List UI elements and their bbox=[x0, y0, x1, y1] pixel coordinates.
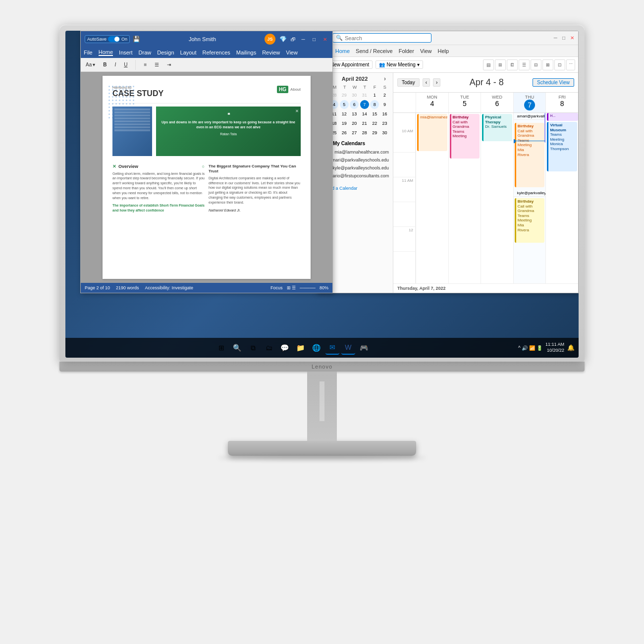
cal-day-7[interactable]: 7 bbox=[360, 100, 369, 109]
taskbar-taskview-button[interactable]: ⧉ bbox=[246, 341, 260, 355]
cal-day-27[interactable]: 27 bbox=[350, 128, 359, 137]
cal-day-31p[interactable]: 31 bbox=[360, 91, 369, 100]
cal-day-21[interactable]: 21 bbox=[360, 119, 369, 128]
taskbar-explorer-button[interactable]: 📁 bbox=[294, 341, 308, 355]
event-fri-1[interactable]: Virtual Museum Teams Meeting Monica Thom… bbox=[547, 122, 577, 171]
thu-status-2[interactable]: kyle@parkvalleysch... bbox=[514, 190, 546, 197]
event-thu-2[interactable]: Birthday Call with Grandma Teams Meeting… bbox=[515, 198, 545, 243]
cal-view-grid[interactable]: ⊟ bbox=[531, 59, 541, 70]
outlook-restore[interactable]: □ bbox=[562, 35, 565, 41]
ribbon-align[interactable]: ≡ bbox=[142, 61, 149, 68]
menu-review[interactable]: Review bbox=[262, 50, 280, 55]
close-button[interactable]: ✕ bbox=[322, 36, 328, 43]
cal-day-12[interactable]: 12 bbox=[340, 109, 349, 118]
menu-mailings[interactable]: Mailings bbox=[236, 50, 256, 55]
taskbar-mail-button[interactable]: ✉ bbox=[325, 341, 339, 355]
cal-day-14[interactable]: 14 bbox=[360, 109, 369, 118]
week-day-wed[interactable]: WED 6 bbox=[481, 93, 513, 112]
cal-day-30[interactable]: 30 bbox=[380, 128, 389, 137]
week-day-tue[interactable]: TUE 5 bbox=[448, 93, 481, 112]
cal-next-week-btn[interactable]: › bbox=[433, 78, 440, 87]
cal-day-23[interactable]: 23 bbox=[380, 119, 389, 128]
search-input[interactable] bbox=[345, 35, 404, 41]
cal-day-2[interactable]: 2 bbox=[380, 91, 389, 100]
ribbon-indent[interactable]: ⇥ bbox=[165, 61, 173, 68]
cal-day-28[interactable]: 28 bbox=[360, 128, 369, 137]
ribbon-bold[interactable]: B bbox=[101, 61, 108, 68]
cal-day-15[interactable]: 15 bbox=[370, 109, 379, 118]
cal-view-settings[interactable]: ⊡ bbox=[554, 59, 565, 70]
day-col-tue[interactable]: Birthday Call with Grandma Teams Meeting bbox=[448, 113, 481, 283]
menu-home[interactable]: Home bbox=[99, 49, 113, 56]
event-fri-overflow[interactable]: H... bbox=[547, 113, 578, 121]
ribbon-list[interactable]: ☰ bbox=[153, 61, 161, 68]
menu-file[interactable]: File bbox=[84, 50, 93, 55]
taskbar-teams-button[interactable]: 💬 bbox=[278, 341, 292, 355]
cal-day-20[interactable]: 20 bbox=[350, 119, 359, 128]
ribbon-italic[interactable]: I bbox=[112, 61, 118, 68]
week-day-fri[interactable]: FRI 8 bbox=[545, 93, 578, 112]
autosave-toggle[interactable] bbox=[108, 36, 120, 42]
ol-menu-home[interactable]: Home bbox=[335, 48, 350, 54]
taskbar-start-button[interactable]: ⊞ bbox=[215, 341, 228, 355]
ol-menu-view[interactable]: View bbox=[420, 48, 432, 54]
cal-day-8[interactable]: 8 bbox=[370, 100, 379, 109]
taskbar-teams2-button[interactable]: 🎮 bbox=[357, 341, 371, 355]
event-thu-1[interactable]: Birthday Call with Grandma Teams Meeting… bbox=[515, 123, 545, 187]
minimize-button[interactable]: ─ bbox=[300, 36, 307, 43]
event-wed-1[interactable]: Physical Therapy Dr. Samuels bbox=[482, 114, 512, 141]
cal-day-13[interactable]: 13 bbox=[350, 109, 359, 118]
taskbar-widgets-button[interactable]: 🗂 bbox=[262, 341, 276, 355]
notifications-icon[interactable]: 🔔 bbox=[567, 344, 575, 351]
cal-view-day[interactable]: ▤ bbox=[483, 59, 494, 70]
restore-button[interactable]: □ bbox=[311, 36, 318, 43]
cal-day-1[interactable]: 1 bbox=[370, 91, 379, 100]
menu-insert[interactable]: Insert bbox=[119, 50, 133, 55]
ribbon-styles[interactable]: Aa ▾ bbox=[84, 61, 97, 68]
ol-menu-send[interactable]: Send / Receive bbox=[356, 48, 393, 54]
cal-view-week[interactable]: ⊞ bbox=[495, 59, 506, 70]
zoom-slider[interactable]: ───── bbox=[300, 285, 316, 290]
cal-next-btn[interactable]: › bbox=[381, 75, 389, 83]
cal-day-29p[interactable]: 29 bbox=[340, 91, 349, 100]
cal-day-29[interactable]: 29 bbox=[370, 128, 379, 137]
cal-view-options[interactable]: ⊠ bbox=[542, 59, 553, 70]
outlook-close[interactable]: ✕ bbox=[570, 35, 574, 41]
schedule-view-button[interactable]: Schedule View bbox=[533, 78, 574, 87]
user-avatar[interactable]: JS bbox=[265, 34, 275, 45]
more-button[interactable]: ··· bbox=[566, 59, 575, 70]
event-mon-1[interactable]: mia@lamnahealthcare... bbox=[417, 114, 447, 151]
today-button[interactable]: Today bbox=[397, 78, 420, 87]
taskbar-search-button[interactable]: 🔍 bbox=[230, 341, 244, 355]
new-meeting-button[interactable]: 👥 New Meeting ▾ bbox=[376, 60, 423, 69]
day-col-fri[interactable]: Virtual Museum Teams Meeting Monica Thom… bbox=[545, 113, 578, 283]
accessibility-status[interactable]: Accessibility: Investigate bbox=[145, 285, 194, 290]
banner-close[interactable]: ✕ bbox=[295, 108, 299, 114]
menu-design[interactable]: Design bbox=[157, 50, 174, 55]
taskbar-word-button[interactable]: W bbox=[341, 341, 355, 355]
ol-menu-help[interactable]: Help bbox=[438, 48, 449, 54]
cal-day-6[interactable]: 6 bbox=[350, 100, 359, 109]
menu-references[interactable]: References bbox=[203, 50, 230, 55]
ribbon-underline[interactable]: U bbox=[122, 61, 129, 68]
cal-prev-week-btn[interactable]: ‹ bbox=[423, 78, 430, 87]
menu-view[interactable]: View bbox=[286, 50, 298, 55]
cal-view-list[interactable]: ☰ bbox=[519, 59, 530, 70]
focus-btn[interactable]: Focus bbox=[270, 285, 283, 290]
cal-day-30p[interactable]: 30 bbox=[350, 91, 359, 100]
search-bar[interactable]: 🔍 bbox=[332, 33, 431, 43]
cal-day-26[interactable]: 26 bbox=[340, 128, 349, 137]
cal-day-9[interactable]: 9 bbox=[380, 100, 389, 109]
menu-layout[interactable]: Layout bbox=[180, 50, 197, 55]
week-day-mon[interactable]: MON 4 bbox=[416, 93, 448, 112]
cal-view-month[interactable]: 🗓 bbox=[507, 59, 518, 70]
thu-status-1[interactable]: amari@parkvalleysc... bbox=[514, 113, 546, 120]
cal-day-19[interactable]: 19 bbox=[340, 119, 349, 128]
menu-draw[interactable]: Draw bbox=[139, 50, 152, 55]
cal-day-5[interactable]: 5 bbox=[340, 100, 349, 109]
word-save-icon[interactable]: 💾 bbox=[133, 36, 140, 43]
outlook-minimize[interactable]: ─ bbox=[554, 35, 557, 41]
day-col-mon[interactable]: mia@lamnahealthcare... bbox=[416, 113, 448, 283]
week-day-thu[interactable]: THU 7 bbox=[513, 93, 546, 112]
taskbar-edge-button[interactable]: 🌐 bbox=[310, 341, 323, 355]
